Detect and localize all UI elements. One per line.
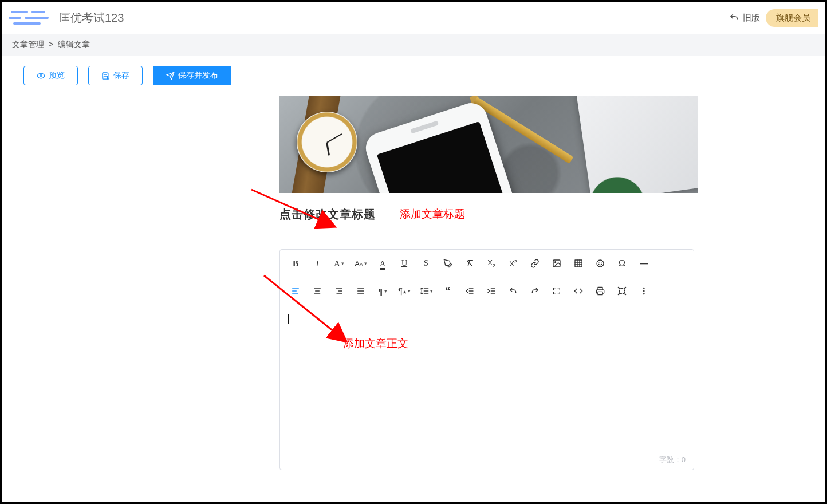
brand-title: 匡优考试123 [59, 10, 124, 26]
tool-highlight[interactable] [438, 254, 458, 273]
publish-label: 保存并发布 [178, 70, 218, 81]
tool-italic[interactable]: I [308, 254, 327, 273]
tool-image[interactable] [547, 254, 566, 273]
tool-indent[interactable] [482, 282, 501, 300]
svg-point-35 [618, 287, 619, 288]
svg-rect-34 [619, 288, 624, 293]
breadcrumb-current: 编辑文章 [58, 40, 90, 49]
annotation-body: 添加文章正文 [343, 336, 408, 351]
tool-align-justify[interactable] [351, 282, 371, 300]
tool-table[interactable] [569, 254, 588, 273]
action-bar: 预览 保存 保存并发布 [2, 56, 825, 96]
tool-subscript[interactable]: X2 [482, 254, 501, 273]
editor-body[interactable]: 添加文章正文 [280, 305, 694, 470]
tool-paragraph[interactable]: ¶▾ [373, 282, 392, 300]
breadcrumb-separator: > [49, 40, 53, 49]
svg-point-38 [625, 294, 625, 294]
tool-code[interactable] [569, 282, 588, 300]
membership-label: 旗舰会员 [776, 13, 810, 22]
word-count-label: 字数： [659, 455, 682, 464]
old-version-button[interactable]: 旧版 [729, 13, 760, 23]
svg-point-2 [555, 262, 556, 263]
top-bar: 匡优考试123 旧版 旗舰会员 [2, 2, 825, 34]
eye-icon [37, 72, 45, 80]
old-version-label: 旧版 [743, 13, 760, 23]
tool-emoji[interactable] [590, 254, 610, 273]
svg-point-0 [40, 74, 42, 77]
word-count-value: 0 [682, 455, 686, 464]
article-title-input[interactable]: 点击修改文章标题 [279, 208, 376, 220]
tool-select-all[interactable] [612, 282, 632, 300]
logo [9, 7, 54, 28]
tool-quote[interactable]: “ [438, 282, 458, 300]
cover-image[interactable] [279, 96, 698, 193]
tool-redo[interactable] [525, 282, 545, 300]
tool-outdent[interactable] [460, 282, 479, 300]
save-icon [101, 72, 110, 80]
svg-point-41 [643, 293, 644, 294]
svg-point-40 [643, 290, 644, 292]
undo-icon [729, 13, 739, 23]
tool-hr[interactable]: — [634, 254, 653, 273]
tool-align-right[interactable] [329, 282, 349, 300]
annotation-title: 添加文章标题 [400, 207, 465, 222]
tool-bold[interactable]: B [286, 254, 305, 273]
tool-clear-format[interactable] [460, 254, 479, 273]
preview-label: 预览 [49, 70, 65, 81]
svg-point-39 [643, 288, 644, 289]
editor-toolbar-row-1: BIA▾AA▾AUSX2X2Ω— [280, 250, 694, 277]
editor-toolbar-row-2: ¶▾¶★▾▾“ [280, 277, 694, 305]
tool-print[interactable] [590, 282, 610, 300]
svg-rect-33 [598, 292, 602, 294]
content-area: 点击修改文章标题 添加文章标题 BIA▾AA▾AUSX2X2Ω— ¶▾¶★▾▾“… [2, 96, 825, 470]
svg-point-37 [618, 294, 619, 294]
membership-badge[interactable]: 旗舰会员 [766, 9, 818, 27]
preview-button[interactable]: 预览 [23, 66, 78, 85]
tool-superscript[interactable]: X2 [503, 254, 523, 273]
tool-special-char[interactable]: Ω [612, 254, 632, 273]
svg-rect-3 [575, 260, 582, 267]
tool-align-left[interactable] [286, 282, 305, 300]
tool-more[interactable] [634, 282, 653, 300]
word-count: 字数：0 [659, 455, 686, 465]
svg-point-36 [625, 287, 625, 288]
tool-font-color[interactable]: A [373, 254, 392, 273]
save-label: 保存 [113, 70, 129, 81]
tool-align-center[interactable] [308, 282, 327, 300]
save-button[interactable]: 保存 [88, 66, 143, 85]
tool-font-family[interactable]: A▾ [329, 254, 349, 273]
tool-undo[interactable] [503, 282, 523, 300]
tool-link[interactable] [525, 254, 545, 273]
text-cursor [288, 314, 289, 324]
breadcrumb: 文章管理 > 编辑文章 [2, 34, 825, 56]
tool-font-size[interactable]: AA▾ [351, 254, 371, 273]
tool-line-height[interactable]: ▾ [416, 282, 436, 300]
tool-fullscreen[interactable] [547, 282, 566, 300]
publish-button[interactable]: 保存并发布 [153, 66, 231, 85]
svg-point-8 [597, 260, 604, 267]
tool-strike[interactable]: S [416, 254, 436, 273]
breadcrumb-parent[interactable]: 文章管理 [12, 40, 44, 49]
paper-plane-icon [166, 72, 175, 80]
tool-paragraph-style[interactable]: ¶★▾ [395, 282, 414, 300]
rich-text-editor: BIA▾AA▾AUSX2X2Ω— ¶▾¶★▾▾“ 添加文章正文 字数：0 [279, 249, 694, 470]
title-row: 点击修改文章标题 添加文章标题 [279, 207, 699, 226]
tool-underline[interactable]: U [395, 254, 414, 273]
